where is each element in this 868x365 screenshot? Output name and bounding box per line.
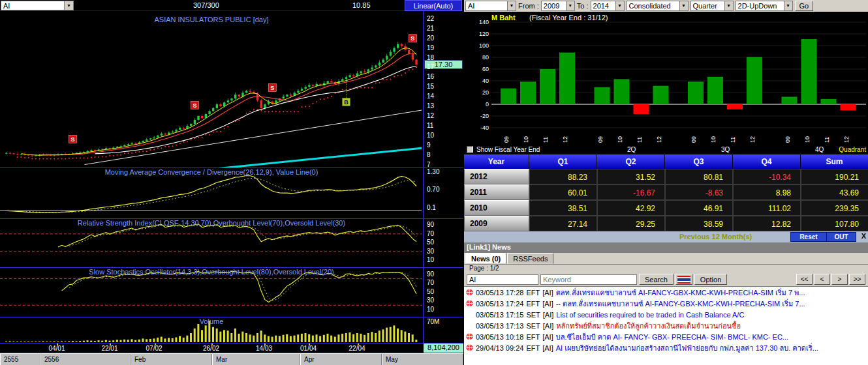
quarterly-results-table: YearQ1Q2Q3Q4Sum201288.2331.5280.81-10.34… <box>464 154 868 231</box>
close-icon[interactable]: X <box>861 232 866 240</box>
chart-type-value: 2D-UpDown <box>738 2 777 10</box>
svg-text:12: 12 <box>656 136 662 143</box>
stoch-axis-label: 70 <box>427 279 434 286</box>
tab-rssfeeds[interactable]: RSSFeeds <box>507 253 553 264</box>
rsi-axis-label: 30 <box>427 248 434 255</box>
consolidated-combo[interactable]: Consolidated▼ <box>627 1 689 11</box>
column-header: Q2 <box>597 154 665 169</box>
svg-text:(Fiscal Year End : 31/12): (Fiscal Year End : 31/12) <box>529 14 608 22</box>
value-cell: 12.82 <box>733 216 801 231</box>
timeline-segment: Feb <box>131 354 212 365</box>
scale-mode-button[interactable]: Linear(Auto) <box>405 0 462 11</box>
quarter-label-3q: 3Q <box>721 146 730 153</box>
chart-type-combo[interactable]: 2D-UpDown▼ <box>736 1 793 11</box>
news-symbol-input[interactable] <box>467 274 538 285</box>
show-fye-checkbox[interactable] <box>467 146 473 153</box>
svg-text:09: 09 <box>503 136 510 143</box>
chevron-down-icon[interactable]: ▼ <box>615 1 624 10</box>
year-cell: 2009 <box>464 216 529 231</box>
chevron-down-icon[interactable]: ▼ <box>507 1 516 10</box>
news-pagination: << < > >> <box>796 274 865 285</box>
svg-text:0: 0 <box>486 101 489 108</box>
value-cell: 43.69 <box>801 184 868 200</box>
go-button[interactable]: Go <box>795 1 814 11</box>
date-label: 04/01 <box>48 345 65 352</box>
option-button[interactable]: Option <box>694 274 727 285</box>
svg-text:S: S <box>411 35 414 42</box>
macd-axis-label: 1.30 <box>427 168 439 175</box>
last-page-button[interactable]: >> <box>849 274 865 285</box>
svg-text:11: 11 <box>542 137 549 143</box>
svg-text:B: B <box>344 99 349 106</box>
svg-text:10: 10 <box>710 136 717 143</box>
next-page-button[interactable]: > <box>831 274 848 285</box>
quarterly-bar-chart-area: M Baht(Fiscal Year End : 31/12)140120100… <box>464 12 868 145</box>
svg-text:S: S <box>193 102 196 109</box>
svg-text:20: 20 <box>482 89 489 96</box>
chevron-down-icon[interactable]: ▼ <box>679 1 688 10</box>
news-datetime: 03/05/13 10:18 <box>476 333 523 341</box>
symbol-combo[interactable]: AI ▼ <box>1 1 74 10</box>
date-label: 07/02 <box>146 345 163 352</box>
value-cell: 42.92 <box>597 200 665 216</box>
chevron-down-icon[interactable]: ▼ <box>724 1 733 10</box>
news-item[interactable]: 03/05/13 17:28EFT[AI]ตลท.สั่งเทรดแคชบาลา… <box>464 287 868 298</box>
globe-icon <box>466 344 474 351</box>
reset-button[interactable]: Reset <box>790 232 827 242</box>
stoch-axis-label: 50 <box>427 288 434 295</box>
news-source: EFT <box>526 333 540 341</box>
period-value: Quarter <box>693 2 717 10</box>
news-symbol-tag: [AI] <box>543 311 554 319</box>
prev-page-button[interactable]: < <box>814 274 830 285</box>
price-axis-label: 17 <box>427 63 434 70</box>
timeline-segment: May <box>382 354 463 365</box>
year-cell: 2012 <box>464 169 529 184</box>
chart-title: ASIAN INSULATORS PUBLIC [day] <box>0 16 423 23</box>
timeline-segment: 2556 <box>40 354 131 365</box>
out-button[interactable]: OUT <box>826 232 856 242</box>
rsi-axis-label: 10 <box>427 256 434 263</box>
first-page-button[interactable]: << <box>796 274 813 285</box>
price-axis-label: 20 <box>427 35 434 42</box>
price-axis-label: 19 <box>427 44 434 51</box>
table-header-row: YearQ1Q2Q3Q4Sum <box>464 154 868 169</box>
value-cell: -8.63 <box>665 184 733 200</box>
price-axis-label: 8 <box>427 151 431 158</box>
stochastics-axis: 9070503010 <box>423 268 463 317</box>
news-item[interactable]: 03/05/13 17:13SET[AI]หลักทรัพย์ที่สมาชิก… <box>464 320 868 331</box>
search-button[interactable]: Search <box>639 274 674 285</box>
period-combo[interactable]: Quarter▼ <box>690 1 734 11</box>
svg-text:11: 11 <box>636 137 643 143</box>
year-cell: 2011 <box>464 184 529 200</box>
quarterly-bar-chart[interactable]: M Baht(Fiscal Year End : 31/12)140120100… <box>464 12 868 145</box>
news-item[interactable]: 03/05/13 10:18EFT[AI]บล.ซีไอเอ็มบี คาด A… <box>464 331 868 342</box>
price-chart[interactable]: SSSSB <box>0 11 423 168</box>
value-cell: -10.34 <box>733 169 801 184</box>
chevron-down-icon[interactable]: ▼ <box>64 1 73 10</box>
timeline-segment: 2555 <box>0 354 40 365</box>
macd-axis-label: 0.70 <box>427 186 439 193</box>
news-symbol-tag: [AI] <box>543 322 554 330</box>
timeline-segment: Apr <box>300 354 382 365</box>
news-search-bar: Search Option << < > >> <box>464 272 868 286</box>
period-strip: Previous 12 Month(s) Reset OUT X <box>464 231 868 242</box>
table-row: 201160.01-16.67-8.638.9843.69 <box>464 184 868 200</box>
chevron-down-icon[interactable]: ▼ <box>566 1 574 10</box>
news-item[interactable]: 03/05/13 17:24EFT[AI]-- ตลท.สั่งเทรดแคชบ… <box>464 298 868 309</box>
value-cell: 38.51 <box>529 200 597 216</box>
from-year-combo[interactable]: 2009▼ <box>541 1 575 11</box>
symbol-combo-right[interactable]: AI▼ <box>465 1 516 11</box>
news-item[interactable]: 03/05/13 17:15SET[AI]List of securities … <box>464 309 868 320</box>
chevron-down-icon[interactable]: ▼ <box>784 1 792 10</box>
date-label: 14/03 <box>256 345 272 352</box>
tab-news[interactable]: News (0) <box>465 253 506 264</box>
thai-flag-icon <box>677 276 690 284</box>
rsi-axis-label: 90 <box>427 221 434 228</box>
news-item[interactable]: 29/04/13 09:24EFT[AI]AI เผยบริษัทย่อยได้… <box>464 342 868 353</box>
language-flag-icon[interactable] <box>675 274 692 285</box>
to-year-combo[interactable]: 2014▼ <box>591 1 625 11</box>
column-header: Year <box>464 154 529 169</box>
keyword-input[interactable] <box>540 274 637 285</box>
news-source: EFT <box>526 344 540 352</box>
value-cell: 38.59 <box>665 216 733 231</box>
